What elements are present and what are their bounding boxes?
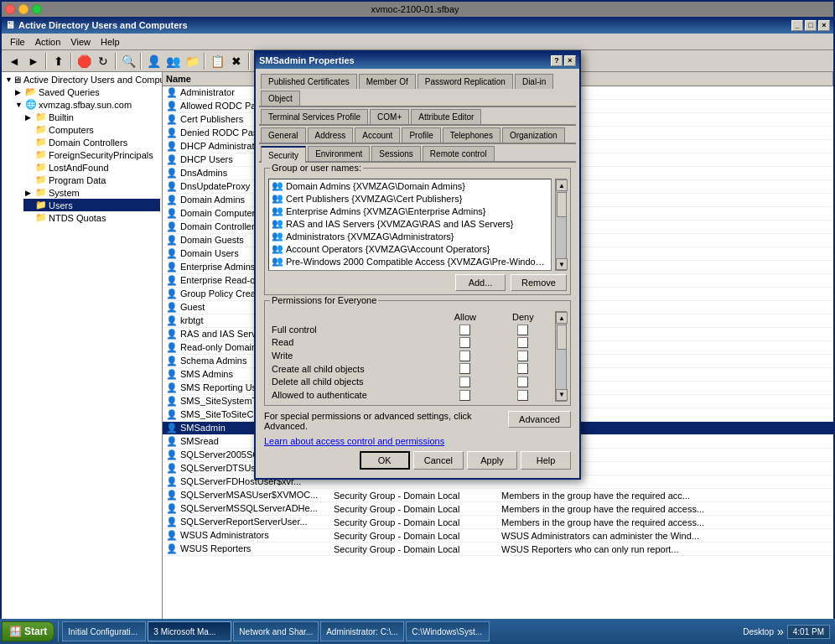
perm-scroll-thumb[interactable]: [557, 325, 567, 350]
perm-allow-cell[interactable]: [436, 349, 495, 362]
tab-object[interactable]: Object: [261, 91, 300, 106]
taskbar-initial-config[interactable]: Initial Configurati...: [62, 621, 146, 641]
tab-strip-3: General Address Account Profile Telephon…: [259, 126, 576, 144]
allow-checkbox[interactable]: [459, 390, 470, 401]
tab-account[interactable]: Account: [355, 127, 400, 143]
tab-security[interactable]: Security: [261, 146, 306, 163]
show-desktop-btn[interactable]: »: [777, 625, 784, 638]
dialog-close-btn[interactable]: ×: [564, 55, 576, 66]
tab-terminal[interactable]: Terminal Services Profile: [261, 109, 368, 124]
scroll-track: [556, 191, 566, 258]
tab-organization[interactable]: Organization: [502, 127, 565, 143]
scroll-up-btn[interactable]: ▲: [556, 179, 568, 191]
tab-attribute[interactable]: Attribute Editor: [411, 109, 481, 124]
user-list-item[interactable]: 👥Cert Publishers {XVMZAG\Cert Publishers…: [269, 192, 551, 205]
start-icon: 🪟: [9, 626, 22, 637]
tab-remote-control[interactable]: Remote control: [423, 146, 495, 161]
help-dialog-button[interactable]: Help: [521, 451, 571, 470]
perm-allow-cell[interactable]: [436, 375, 495, 388]
user-group-icon: 👥: [272, 180, 283, 191]
perm-col-allow: Allow: [436, 311, 495, 323]
scroll-down-btn[interactable]: ▼: [556, 258, 568, 270]
dialog-help-btn[interactable]: ?: [551, 55, 563, 66]
add-button[interactable]: Add...: [455, 274, 506, 291]
perm-deny-cell[interactable]: [495, 349, 552, 362]
learn-more-link[interactable]: Learn about access control and permissio…: [264, 436, 444, 446]
deny-checkbox[interactable]: [517, 377, 528, 387]
perm-scroll-down[interactable]: ▼: [556, 389, 568, 401]
tab-com[interactable]: COM+: [370, 109, 409, 124]
remove-button[interactable]: Remove: [511, 274, 567, 291]
user-listbox[interactable]: 👥Domain Admins {XVMZAG\Domain Admins}👥Ce…: [268, 179, 552, 271]
ok-button[interactable]: OK: [360, 451, 410, 470]
user-group-icon: 👥: [272, 193, 283, 204]
taskbar: 🪟 Start Initial Configurati... 3 Microso…: [0, 619, 835, 644]
perm-allow-cell[interactable]: [436, 323, 495, 336]
user-list-item[interactable]: 👥RAS and IAS Servers {XVMZAG\RAS and IAS…: [269, 217, 551, 230]
perm-deny-cell[interactable]: [495, 362, 552, 376]
taskbar-admin-cmd[interactable]: Administrator: C:\...: [320, 621, 404, 641]
tab-general[interactable]: General: [261, 127, 306, 143]
tab-address[interactable]: Address: [308, 127, 354, 143]
user-list-label: Domain Admins {XVMZAG\Domain Admins}: [286, 181, 465, 191]
perm-deny-cell[interactable]: [495, 323, 552, 336]
perm-row: Write: [268, 349, 552, 362]
tab-telephones[interactable]: Telephones: [443, 127, 500, 143]
perm-row: Read: [268, 336, 552, 350]
perm-allow-cell[interactable]: [436, 336, 495, 350]
perm-deny-cell[interactable]: [495, 388, 552, 402]
tab-strip-1: Published Certificates Member Of Passwor…: [259, 72, 576, 107]
taskbar-network[interactable]: Network and Shar...: [233, 621, 319, 641]
tab-password-replication[interactable]: Password Replication: [418, 74, 513, 89]
permissions-label: Permissions for Everyone: [270, 295, 378, 305]
taskbar-ms-mgmt[interactable]: 3 Microsoft Ma...: [148, 621, 231, 641]
allow-checkbox[interactable]: [459, 325, 470, 335]
perm-scrollbar[interactable]: ▲ ▼: [555, 311, 567, 402]
deny-checkbox[interactable]: [517, 337, 528, 348]
perm-allow-cell[interactable]: [436, 362, 495, 376]
perm-scroll-up[interactable]: ▲: [556, 312, 568, 324]
user-list-item[interactable]: 👥Account Operators {XVMZAG\Account Opera…: [269, 242, 551, 255]
user-list-item[interactable]: 👥Pre-Windows 2000 Compatible Access {XVM…: [269, 255, 551, 267]
perm-deny-cell[interactable]: [495, 336, 552, 350]
apply-button[interactable]: Apply: [467, 451, 517, 470]
deny-checkbox[interactable]: [517, 363, 528, 374]
cancel-button[interactable]: Cancel: [413, 451, 464, 470]
deny-checkbox[interactable]: [517, 390, 528, 401]
user-list-item[interactable]: 👥Administrators {XVMZAG\Administrators}: [269, 230, 551, 242]
tab-dial-in[interactable]: Dial-in: [515, 74, 553, 89]
dialog-buttons: OK Cancel Apply Help: [264, 451, 571, 470]
tab-environment[interactable]: Environment: [308, 146, 370, 161]
taskbar-sep-1: [58, 621, 59, 641]
perm-name: Create all child objects: [268, 362, 436, 376]
scroll-thumb[interactable]: [557, 192, 567, 217]
user-buttons: Add... Remove: [268, 274, 567, 291]
deny-checkbox[interactable]: [517, 351, 528, 361]
perm-row: Delete all child objects: [268, 375, 552, 388]
perm-allow-cell[interactable]: [436, 388, 495, 402]
taskbar-win-sys[interactable]: C:\Windows\Syst...: [406, 621, 490, 641]
user-group-icon: 👥: [272, 243, 283, 254]
allow-checkbox[interactable]: [459, 377, 470, 387]
tab-member-of[interactable]: Member Of: [359, 74, 416, 89]
start-button[interactable]: 🪟 Start: [2, 621, 54, 641]
user-list-item[interactable]: 👥Domain Admins {XVMZAG\Domain Admins}: [269, 179, 551, 192]
user-list-container: 👥Domain Admins {XVMZAG\Domain Admins}👥Ce…: [268, 179, 567, 271]
tab-sessions[interactable]: Sessions: [371, 146, 421, 161]
desktop-label[interactable]: Desktop: [743, 627, 774, 636]
deny-checkbox[interactable]: [517, 325, 528, 335]
user-group-icon: 👥: [272, 231, 283, 242]
advanced-button[interactable]: Advanced: [508, 411, 571, 428]
user-list-item[interactable]: 👥Enterprise Admins {XVMZAG\Enterprise Ad…: [269, 205, 551, 217]
tab-published-certs[interactable]: Published Certificates: [261, 74, 357, 89]
security-tab-content: Group or user names: 👥Domain Admins {XVM…: [259, 163, 576, 475]
user-list-label: Administrators {XVMZAG\Administrators}: [286, 231, 454, 242]
allow-checkbox[interactable]: [459, 363, 470, 374]
user-scrollbar[interactable]: ▲ ▼: [555, 179, 567, 271]
clock: 4:01 PM: [787, 625, 830, 639]
allow-checkbox[interactable]: [459, 337, 470, 348]
allow-checkbox[interactable]: [459, 351, 470, 361]
tab-profile[interactable]: Profile: [402, 127, 440, 143]
permissions-table: Allow Deny Full controlReadWriteCreate a…: [268, 311, 552, 402]
perm-deny-cell[interactable]: [495, 375, 552, 388]
